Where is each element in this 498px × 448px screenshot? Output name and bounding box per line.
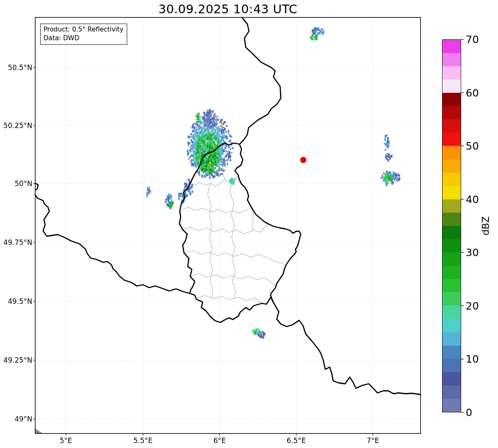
colorbar-band	[442, 266, 461, 279]
colorbar-band	[442, 173, 461, 186]
colorbar-band	[442, 119, 461, 133]
colorbar-band	[442, 372, 461, 385]
colorbar-band	[442, 279, 461, 292]
colorbar-band	[442, 385, 461, 399]
colorbar-band	[442, 399, 461, 412]
colorbar-band	[442, 346, 461, 359]
colorbar-band	[442, 305, 461, 319]
colorbar-band	[442, 186, 461, 199]
colorbar-band	[442, 226, 461, 239]
national-border	[235, 144, 301, 303]
colorbar-band	[442, 213, 461, 226]
radar-site-marker	[300, 157, 307, 163]
colorbar-band	[442, 160, 461, 173]
colorbar-band	[442, 80, 461, 93]
colorbar-band	[442, 53, 461, 66]
product-info-line2: Data: DWD	[44, 34, 123, 43]
colorbar-band	[442, 332, 461, 346]
national-border	[179, 143, 239, 293]
map-frame	[35, 17, 421, 433]
product-info-line1: Product: 0.5° Reflectivity	[44, 25, 123, 34]
map-overlay	[0, 0, 498, 448]
national-border	[239, 17, 281, 144]
colorbar-axis-label: dBZ	[480, 216, 491, 235]
colorbar-band	[442, 133, 461, 146]
colorbar	[442, 39, 461, 412]
colorbar-band	[442, 319, 461, 332]
national-border	[273, 303, 421, 395]
colorbar-band	[442, 239, 461, 252]
colorbar-band	[442, 359, 461, 372]
national-border	[35, 183, 38, 190]
national-border	[190, 293, 273, 322]
colorbar-band	[442, 66, 461, 80]
colorbar-band	[442, 40, 461, 53]
colorbar-band	[442, 146, 461, 159]
colorbar-band	[442, 106, 461, 119]
national-border	[35, 195, 190, 293]
colorbar-band	[442, 199, 461, 213]
radar-figure: 30.09.2025 10:43 UTC Product: 0.5° Refle…	[0, 0, 498, 448]
product-info-box: Product: 0.5° Reflectivity Data: DWD	[40, 24, 127, 45]
colorbar-band	[442, 93, 461, 106]
colorbar-band	[442, 292, 461, 305]
colorbar-band	[442, 252, 461, 266]
